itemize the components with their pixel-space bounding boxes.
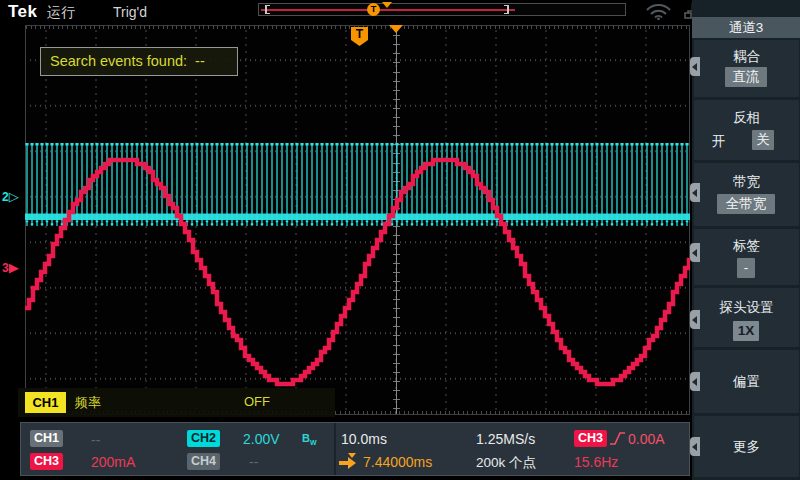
- record-view-bar[interactable]: T: [258, 3, 626, 16]
- menu-section-more[interactable]: 更多: [694, 416, 799, 477]
- wifi-icon[interactable]: [645, 3, 672, 20]
- search-events-label: Search events found:: [50, 53, 187, 69]
- bandwidth-value-chip[interactable]: 全带宽: [717, 194, 775, 214]
- measurement-type-label: 频率: [75, 394, 101, 412]
- window-bracket-left: [265, 5, 270, 14]
- window-bracket-right: [504, 5, 509, 14]
- oscilloscope-screen: Tek 运行 Trig'd T ?: [0, 0, 800, 480]
- measurement-bar: CH1 频率 OFF: [18, 388, 335, 417]
- ch3-reference-marker[interactable]: 3▶: [2, 260, 19, 275]
- horizontal-delay: 7.44000ms: [363, 454, 432, 470]
- status-bar: CH1 -- CH2 2.00V BW CH3 200mA CH4 -- 10.…: [20, 422, 690, 476]
- probe-setup-label: 探头设置: [694, 299, 799, 317]
- ch2-scale-value: 2.00V: [243, 431, 280, 447]
- menu-section-probe-setup[interactable]: 探头设置 1X: [694, 288, 799, 347]
- ch2-bandwidth-limit-icon: BW: [302, 432, 317, 446]
- sample-rate: 1.25MS/s: [476, 431, 535, 447]
- invert-option-off-chip[interactable]: 关: [752, 130, 774, 150]
- acquisition-status: 运行: [47, 4, 75, 22]
- ch2-marker-arrow-icon: ▷: [9, 189, 19, 204]
- more-label: 更多: [694, 438, 799, 456]
- ch4-scale-value: --: [249, 454, 258, 470]
- search-events-banner: Search events found:--: [40, 47, 238, 76]
- side-menu-title: 通道3: [692, 17, 800, 38]
- trigger-position-icon[interactable]: [389, 25, 403, 33]
- record-trigger-marker[interactable]: T: [367, 3, 380, 16]
- ch3-marker-arrow-icon: ▶: [9, 260, 19, 275]
- menu-section-invert[interactable]: 反相 开 关: [694, 100, 799, 160]
- delay-arrow-icon: [339, 455, 359, 469]
- search-events-count: --: [195, 53, 205, 69]
- menu-section-label[interactable]: 标签 -: [694, 229, 799, 285]
- ch4-badge[interactable]: CH4: [187, 453, 220, 470]
- measurement-channel-badge[interactable]: CH1: [25, 392, 66, 413]
- menu-section-bandwidth[interactable]: 带宽 全带宽: [694, 163, 799, 226]
- trigger-frequency: 15.6Hz: [574, 454, 618, 470]
- probe-setup-value-chip[interactable]: 1X: [733, 321, 759, 341]
- offset-label: 偏置: [694, 373, 799, 391]
- record-line: [261, 9, 515, 11]
- trigger-status: Trig'd: [113, 4, 147, 20]
- coupling-label: 耦合: [694, 48, 799, 66]
- side-menu-panel: 通道3 耦合 直流 反相 开 关 带宽 全带宽 标签 - 探头设置 1X: [692, 0, 800, 480]
- ch3-scale-value: 200mA: [91, 454, 135, 470]
- coupling-value-chip[interactable]: 直流: [725, 67, 767, 87]
- waveform-display: [25, 25, 690, 415]
- ch3-badge[interactable]: CH3: [30, 453, 63, 470]
- menu-section-offset[interactable]: 偏置: [694, 350, 799, 413]
- horizontal-scale: 10.0ms: [341, 431, 387, 447]
- record-length: 200k 个点: [476, 454, 536, 472]
- ch1-badge[interactable]: CH1: [30, 430, 63, 447]
- trigger-slope-rising-icon: [609, 430, 626, 447]
- label-value-chip[interactable]: -: [737, 258, 755, 278]
- measurement-value: OFF: [244, 394, 270, 409]
- ch2-reference-marker[interactable]: 2▷: [2, 189, 19, 204]
- ch3-marker-number: 3: [2, 261, 9, 275]
- ch1-scale-value: --: [91, 432, 100, 448]
- tek-logo: Tek: [8, 2, 38, 22]
- trigger-source-status-badge[interactable]: CH3: [574, 430, 607, 447]
- menu-section-coupling[interactable]: 耦合 直流: [694, 40, 799, 97]
- ch2-badge[interactable]: CH2: [187, 430, 220, 447]
- label-label: 标签: [694, 237, 799, 255]
- bandwidth-label: 带宽: [694, 173, 799, 191]
- record-position-icon: [382, 2, 392, 8]
- ch2-marker-number: 2: [2, 190, 9, 204]
- invert-label: 反相: [694, 109, 799, 127]
- trigger-level: 0.00A: [628, 431, 665, 447]
- status-divider: [334, 423, 336, 475]
